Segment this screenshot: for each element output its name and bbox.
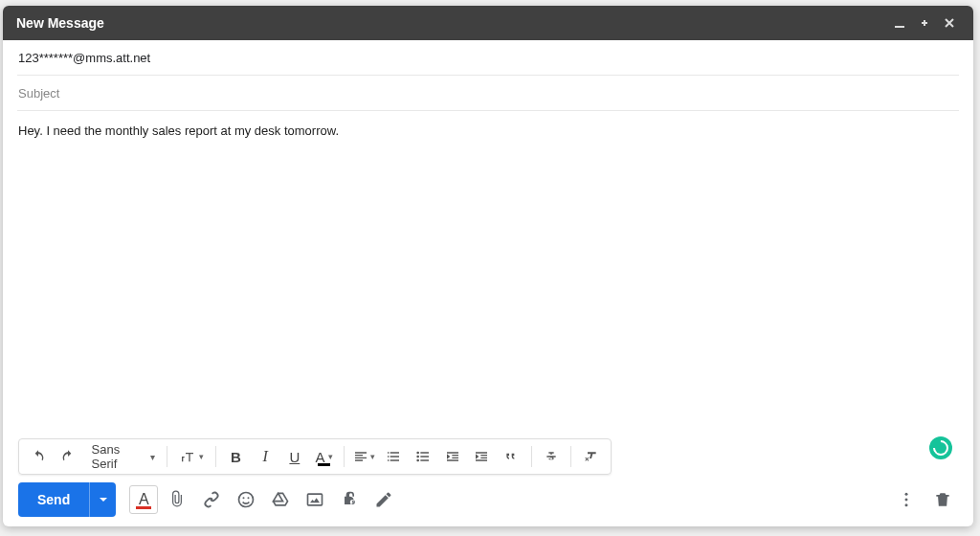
bulleted-list-button[interactable] <box>409 442 436 471</box>
bottom-right-controls <box>891 484 958 515</box>
paperclip-icon <box>167 490 187 509</box>
clear-format-icon <box>584 449 599 464</box>
underline-button[interactable]: U <box>280 442 308 471</box>
link-icon <box>202 490 221 509</box>
indent-increase-icon <box>474 449 489 464</box>
bold-button[interactable]: B <box>222 442 250 471</box>
svg-point-9 <box>905 499 908 502</box>
insert-link-button[interactable] <box>196 484 227 515</box>
chevron-down-icon: ▾ <box>328 452 333 461</box>
svg-point-1 <box>416 452 419 455</box>
undo-button[interactable] <box>25 442 53 471</box>
insert-emoji-button[interactable] <box>231 484 261 515</box>
close-button[interactable] <box>937 11 962 35</box>
text-size-icon <box>178 449 197 464</box>
more-vertical-icon <box>897 490 916 509</box>
font-family-picker[interactable]: Sans Serif ▾ <box>84 442 161 471</box>
formatting-toolbar: Sans Serif ▾ ▾ B I U A ▾ ▾ <box>18 438 612 475</box>
trash-icon <box>933 490 952 509</box>
align-left-icon <box>353 449 368 464</box>
indent-decrease-icon <box>445 449 460 464</box>
font-size-picker[interactable]: ▾ <box>173 442 210 471</box>
list-ordered-icon <box>386 449 401 464</box>
remove-formatting-button[interactable] <box>577 442 605 471</box>
text-color-button[interactable]: A ▾ <box>310 442 338 471</box>
svg-point-10 <box>905 503 908 506</box>
align-button[interactable]: ▾ <box>350 442 378 471</box>
list-bullet-icon <box>415 449 431 464</box>
confidential-mode-button[interactable] <box>334 484 365 515</box>
insert-drive-button[interactable] <box>265 484 296 515</box>
to-field-row <box>17 40 959 76</box>
restore-button[interactable] <box>912 11 937 35</box>
insert-signature-button[interactable] <box>368 484 399 515</box>
indent-more-button[interactable] <box>468 442 496 471</box>
redo-icon <box>60 449 76 464</box>
strikethrough-button[interactable] <box>538 442 566 471</box>
send-button-group: Send <box>18 482 116 517</box>
attach-file-button[interactable] <box>162 484 192 515</box>
svg-point-5 <box>243 497 245 499</box>
window-title: New Message <box>16 15 104 31</box>
quote-icon <box>503 449 519 464</box>
svg-point-8 <box>905 493 908 496</box>
drive-icon <box>271 490 290 509</box>
image-icon <box>305 490 324 509</box>
body-text: Hey. I need the monthly sales report at … <box>18 123 339 138</box>
text-color-icon: A <box>316 449 325 465</box>
svg-point-2 <box>416 456 419 458</box>
send-button[interactable]: Send <box>18 482 89 517</box>
undo-icon <box>31 449 46 464</box>
pen-icon <box>374 490 393 509</box>
chevron-down-icon: ▾ <box>199 452 204 461</box>
more-options-button[interactable] <box>891 484 922 515</box>
expand-icon <box>919 17 930 29</box>
send-options-button[interactable] <box>89 482 116 517</box>
header-fields <box>3 40 973 111</box>
numbered-list-button[interactable] <box>380 442 408 471</box>
chevron-down-icon <box>99 495 108 504</box>
minimize-icon <box>894 17 905 29</box>
grammarly-icon[interactable] <box>929 436 952 459</box>
close-icon <box>944 17 955 29</box>
quote-button[interactable] <box>498 442 525 471</box>
minimize-button[interactable] <box>887 11 912 35</box>
svg-rect-0 <box>895 26 904 28</box>
compose-window: New Message Hey. I need the monthly sale… <box>3 6 973 526</box>
italic-button[interactable]: I <box>252 442 279 471</box>
discard-draft-button[interactable] <box>927 484 958 515</box>
svg-point-4 <box>239 493 254 507</box>
bottom-toolbar: Send A <box>3 480 973 526</box>
chevron-down-icon: ▾ <box>150 452 155 462</box>
subject-field-row <box>17 76 959 111</box>
font-family-label: Sans Serif <box>92 442 146 471</box>
insert-photo-button[interactable] <box>300 484 330 515</box>
redo-button[interactable] <box>55 442 82 471</box>
to-input[interactable] <box>18 51 958 65</box>
compose-tools: A <box>129 484 399 515</box>
strikethrough-icon <box>544 449 559 464</box>
svg-point-6 <box>248 497 250 499</box>
lock-clock-icon <box>340 490 359 509</box>
formatting-options-button[interactable]: A <box>129 485 158 514</box>
svg-point-3 <box>416 459 419 462</box>
titlebar: New Message <box>3 6 973 40</box>
svg-rect-7 <box>308 494 323 505</box>
emoji-icon <box>236 490 256 509</box>
subject-input[interactable] <box>18 86 958 100</box>
chevron-down-icon: ▾ <box>370 452 375 461</box>
message-body[interactable]: Hey. I need the monthly sales report at … <box>3 111 973 438</box>
indent-less-button[interactable] <box>438 442 466 471</box>
